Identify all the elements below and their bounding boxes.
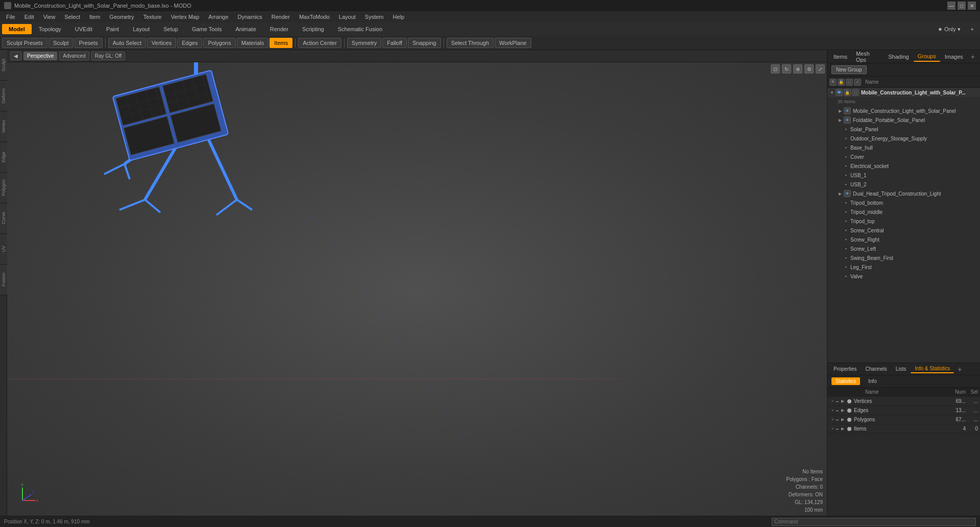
menu-vertex-map[interactable]: Vertex Map xyxy=(167,13,204,21)
item-0-vis[interactable]: 👁 xyxy=(844,107,851,114)
item-9-vis[interactable]: 👁 xyxy=(844,190,851,197)
bottom-tab-lists[interactable]: Lists xyxy=(892,365,911,373)
scene-item-5[interactable]: ▪ Cover xyxy=(827,152,980,161)
menu-select[interactable]: Select xyxy=(60,13,84,21)
tab-animate[interactable]: Animate xyxy=(229,24,262,34)
left-tab-sculpt[interactable]: Sculpt xyxy=(0,50,7,81)
root-lock-icon[interactable]: 🔒 xyxy=(844,89,851,96)
menu-help[interactable]: Help xyxy=(389,13,409,21)
scene-item-15[interactable]: ▪ Screw_Left xyxy=(827,244,980,253)
sculpt-button[interactable]: Sculpt xyxy=(48,38,74,48)
edges-button[interactable]: Edges xyxy=(177,38,202,48)
viewport-perspective[interactable]: Perspective xyxy=(23,52,57,60)
bottom-tab-info-stats[interactable]: Info & Statistics xyxy=(911,365,954,373)
menu-item[interactable]: Item xyxy=(85,13,104,21)
tab-topology[interactable]: Topology xyxy=(32,24,68,34)
tab-scripting[interactable]: Scripting xyxy=(296,24,331,34)
edges-arrow[interactable]: ▶ xyxy=(840,408,846,414)
tab-paint[interactable]: Paint xyxy=(100,24,126,34)
scene-item-0[interactable]: ▶ 👁 Mobile_Construction_Light_with_Solar… xyxy=(827,106,980,115)
scene-root-item[interactable]: ▼ 👁 🔒 □ Mobile_Construction_Light_with_S… xyxy=(827,88,980,97)
bottom-tab-channels[interactable]: Channels xyxy=(862,365,891,373)
stats-tab-statistics[interactable]: Statistics xyxy=(831,377,860,385)
tab-schematic-fusion[interactable]: Schematic Fusion xyxy=(331,24,389,34)
menu-dynamics[interactable]: Dynamics xyxy=(234,13,266,21)
scene-item-14[interactable]: ▪ Screw_Right xyxy=(827,235,980,244)
right-tab-shading[interactable]: Shading xyxy=(884,52,913,61)
left-tab-vertex[interactable]: Vertex xyxy=(0,111,7,142)
action-center-button[interactable]: Action Center xyxy=(298,38,341,48)
tab-model[interactable]: Model xyxy=(2,24,32,34)
scene-item-13[interactable]: ▪ Screw_Central xyxy=(827,226,980,235)
command-input[interactable] xyxy=(772,518,976,526)
item-9-expand[interactable]: ▶ xyxy=(838,191,843,196)
scene-item-7[interactable]: ▪ USB_1 xyxy=(827,171,980,180)
root-visibility-icon[interactable]: 👁 xyxy=(836,89,843,96)
scene-item-16[interactable]: ▪ Swing_Beam_First xyxy=(827,253,980,262)
add-bottom-tab-button[interactable]: + xyxy=(954,364,965,375)
stats-row-edges[interactable]: + − ▶ Edges 13... ... xyxy=(827,406,980,415)
snapping-button[interactable]: Snapping xyxy=(408,38,441,48)
add-tab-button[interactable]: + xyxy=(967,25,978,34)
stats-row-polygons[interactable]: + − ▶ Polygons 67... ... xyxy=(827,415,980,424)
scene-item-11[interactable]: ▪ Tripod_middle xyxy=(827,207,980,217)
items-arrow[interactable]: ▶ xyxy=(840,426,846,432)
scene-item-6[interactable]: ▪ Electrical_socket xyxy=(827,161,980,171)
item-1-vis[interactable]: 👁 xyxy=(844,116,851,124)
vertices-arrow[interactable]: ▶ xyxy=(840,398,846,404)
right-tab-mesh-ops[interactable]: Mesh Ops xyxy=(852,49,884,64)
scene-item-4[interactable]: ▪ Base_hull xyxy=(827,143,980,152)
close-button[interactable]: ✕ xyxy=(968,2,976,10)
presets-button[interactable]: Presets xyxy=(75,38,103,48)
scene-item-1[interactable]: ▶ 👁 Foldable_Portable_Solar_Panel xyxy=(827,115,980,125)
scene-item-9[interactable]: ▶ 👁 Dual_Head_Tripod_Construction_Light xyxy=(827,189,980,198)
add-right-tab-button[interactable]: + xyxy=(968,51,978,62)
tab-render[interactable]: Render xyxy=(263,24,295,34)
vertices-expand[interactable]: + xyxy=(829,398,836,404)
viewport[interactable]: ⊡ ↻ ⊕ ⚙ ⤢ X Y Z No Items Polygons : Face… xyxy=(7,62,827,516)
menu-geometry[interactable]: Geometry xyxy=(105,13,138,21)
materials-button[interactable]: Materials xyxy=(237,38,269,48)
root-box-icon[interactable]: □ xyxy=(852,89,859,96)
menu-render[interactable]: Render xyxy=(267,13,294,21)
fit-icon[interactable]: ⊡ xyxy=(771,64,780,74)
expand-icon[interactable]: ⤢ xyxy=(816,64,825,74)
tab-uvedit[interactable]: UVEdit xyxy=(68,24,99,34)
auto-select-button[interactable]: Auto Select xyxy=(108,38,146,48)
refresh-icon[interactable]: ↻ xyxy=(782,64,791,74)
settings-icon[interactable]: ⚙ xyxy=(804,64,814,74)
zoom-icon[interactable]: ⊕ xyxy=(793,64,802,74)
scene-item-8[interactable]: ▪ USB_2 xyxy=(827,180,980,189)
titlebar-controls[interactable]: — □ ✕ xyxy=(947,2,976,10)
stats-tab-info[interactable]: Info xyxy=(864,377,881,385)
left-tab-fusion[interactable]: Fusion xyxy=(0,265,7,295)
stats-row-vertices[interactable]: + − ▶ Vertices 69... ... xyxy=(827,397,980,406)
workplane-button[interactable]: WorkPlane xyxy=(495,38,531,48)
polygons-button[interactable]: Polygons xyxy=(203,38,235,48)
left-tab-polygon[interactable]: Polygon xyxy=(0,173,7,203)
scene-item-12[interactable]: ▪ Tripod_top xyxy=(827,217,980,226)
stats-row-items[interactable]: + − ▶ Items 4 0 xyxy=(827,424,980,434)
polygons-arrow[interactable]: ▶ xyxy=(840,417,846,423)
tab-setup[interactable]: Setup xyxy=(157,24,185,34)
tab-layout[interactable]: Layout xyxy=(126,24,156,34)
new-group-button[interactable]: New Group xyxy=(831,65,867,74)
menu-texture[interactable]: Texture xyxy=(139,13,166,21)
item-1-expand[interactable]: ▶ xyxy=(838,117,843,123)
lock-col-icon[interactable]: 🔒 xyxy=(838,79,845,86)
viewport-advanced[interactable]: Advanced xyxy=(59,52,89,60)
check-col-icon[interactable]: ✓ xyxy=(854,79,861,86)
scene-item-3[interactable]: ▪ Outdoor_Energy_Storage_Supply xyxy=(827,134,980,143)
left-tab-curve[interactable]: Curve xyxy=(0,203,7,234)
symmetry-button[interactable]: Symmetry xyxy=(347,38,382,48)
minimize-button[interactable]: — xyxy=(947,2,955,10)
left-tab-deform[interactable]: Deform xyxy=(0,81,7,111)
item-0-expand[interactable]: ▶ xyxy=(838,108,843,113)
scene-item-17[interactable]: ▪ Leg_First xyxy=(827,262,980,272)
bottom-tab-properties[interactable]: Properties xyxy=(829,365,861,373)
menu-edit[interactable]: Edit xyxy=(20,13,38,21)
polygons-expand[interactable]: + xyxy=(829,417,836,423)
items-button[interactable]: Items xyxy=(270,38,292,48)
scene-list[interactable]: ▼ 👁 🔒 □ Mobile_Construction_Light_with_S… xyxy=(827,88,980,363)
vertices-button[interactable]: Vertices xyxy=(147,38,176,48)
